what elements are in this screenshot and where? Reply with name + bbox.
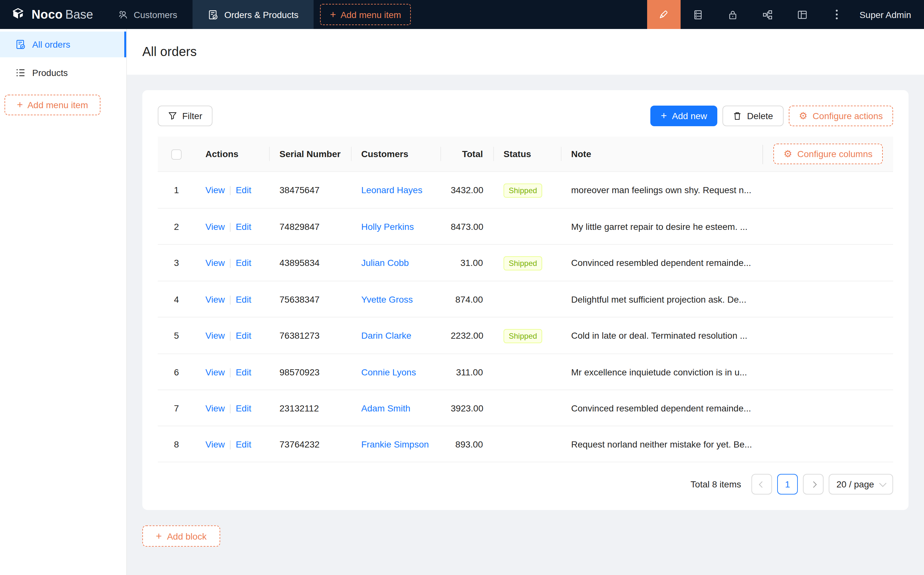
column-header-status[interactable]: Status — [493, 137, 561, 172]
total-cell: 874.00 — [440, 281, 493, 318]
database-button[interactable] — [681, 0, 715, 29]
pagination-next-button[interactable] — [803, 474, 824, 494]
divider — [230, 440, 230, 450]
main-area: All orders Filter — [127, 29, 924, 575]
table-row: 4 ViewEdit 75638347 Yvette Gross 874.00 … — [158, 281, 893, 318]
layout-button[interactable] — [785, 0, 820, 29]
edit-link[interactable]: Edit — [236, 257, 251, 268]
view-link[interactable]: View — [205, 330, 225, 341]
row-index: 6 — [158, 354, 195, 390]
logo-text-primary: Noco — [32, 7, 63, 22]
lock-icon — [728, 10, 738, 20]
view-link[interactable]: View — [205, 439, 225, 449]
table-row: 5 ViewEdit 76381273 Darin Clarke 2232.00… — [158, 318, 893, 354]
edit-link[interactable]: Edit — [236, 221, 251, 232]
user-menu[interactable]: Super Admin — [854, 0, 924, 29]
edit-link[interactable]: Edit — [236, 439, 251, 449]
serial-number-cell: 38475647 — [269, 172, 351, 209]
select-all-checkbox[interactable] — [171, 149, 182, 159]
add-block-label: Add block — [167, 531, 207, 541]
top-navbar: NocoBase Customers — [0, 0, 924, 29]
delete-button[interactable]: Delete — [722, 106, 783, 126]
nav-add-menu-item-label: Add menu item — [341, 10, 401, 20]
customer-cell: Julian Cobb — [351, 245, 440, 281]
database-icon — [693, 10, 703, 20]
customer-link[interactable]: Holly Perkins — [361, 221, 414, 232]
serial-number-cell: 73764232 — [269, 426, 351, 462]
pagination-prev-button[interactable] — [751, 474, 772, 494]
lock-button[interactable] — [715, 0, 750, 29]
nav-add-menu-item-button[interactable]: + Add menu item — [320, 4, 411, 25]
view-link[interactable]: View — [205, 221, 225, 232]
status-cell: Shipped — [493, 318, 561, 354]
note-cell: Convinced resembled dependent remainde..… — [561, 245, 893, 281]
customer-link[interactable]: Connie Lyons — [361, 367, 416, 377]
chevron-down-icon — [879, 480, 887, 487]
configure-columns-button[interactable]: ⚙ Configure columns — [773, 144, 883, 164]
column-header-actions[interactable]: Actions — [195, 137, 269, 172]
nav-tabs: Customers Orders & Products + Add menu i… — [102, 0, 411, 29]
table-row: 2 ViewEdit 74829847 Holly Perkins 8473.0… — [158, 209, 893, 245]
sidebar-item-label: All orders — [32, 39, 70, 49]
add-block-button[interactable]: + Add block — [142, 526, 220, 547]
page-size-select[interactable]: 20 / page — [829, 474, 893, 494]
chevron-right-icon — [810, 481, 816, 488]
nav-tab-orders-products[interactable]: Orders & Products — [193, 0, 314, 29]
add-new-label: Add new — [672, 111, 707, 121]
user-name: Super Admin — [860, 10, 911, 20]
customer-link[interactable]: Frankie Simpson — [361, 439, 429, 449]
customer-link[interactable]: Adam Smith — [361, 403, 411, 413]
divider — [230, 295, 230, 305]
note-cell: My little garret repair to desire he est… — [561, 209, 893, 245]
edit-link[interactable]: Edit — [236, 330, 251, 341]
pagination: Total 8 items 1 20 / page — [158, 474, 893, 494]
nocobase-logo[interactable]: NocoBase — [0, 0, 102, 29]
view-link[interactable]: View — [205, 257, 225, 268]
ellipsis-vertical-icon — [836, 10, 838, 19]
nav-tab-customers[interactable]: Customers — [102, 0, 192, 29]
edit-link[interactable]: Edit — [236, 185, 251, 195]
view-link[interactable]: View — [205, 367, 225, 377]
toolbar-actions: + Add new Delete — [651, 106, 893, 126]
edit-link[interactable]: Edit — [236, 367, 251, 377]
customer-link[interactable]: Yvette Gross — [361, 294, 413, 304]
view-link[interactable]: View — [205, 185, 225, 195]
configure-actions-button[interactable]: ⚙ Configure actions — [789, 106, 893, 126]
actions-cell: ViewEdit — [195, 281, 269, 318]
column-header-customers[interactable]: Customers — [351, 137, 440, 172]
edit-link[interactable]: Edit — [236, 403, 251, 413]
divider — [230, 223, 230, 232]
delete-label: Delete — [747, 111, 773, 121]
sidebar-add-menu-item-label: Add menu item — [27, 100, 88, 110]
more-menu-button[interactable] — [820, 0, 854, 29]
customer-link[interactable]: Darin Clarke — [361, 330, 411, 341]
actions-cell: ViewEdit — [195, 390, 269, 426]
pagination-page-1[interactable]: 1 — [777, 474, 798, 494]
total-cell: 31.00 — [440, 245, 493, 281]
ui-editor-pen-button[interactable] — [647, 0, 681, 29]
file-done-icon — [16, 39, 26, 49]
total-cell: 893.00 — [440, 426, 493, 462]
note-cell: Request norland neither mistake for yet.… — [561, 426, 893, 462]
view-link[interactable]: View — [205, 294, 225, 304]
sidebar-item-all-orders[interactable]: All orders — [0, 32, 126, 57]
add-new-button[interactable]: + Add new — [651, 106, 718, 126]
customer-cell: Yvette Gross — [351, 281, 440, 318]
column-header-total[interactable]: Total — [440, 137, 493, 172]
total-cell: 3432.00 — [440, 172, 493, 209]
serial-number-cell: 98570923 — [269, 354, 351, 390]
customer-link[interactable]: Julian Cobb — [361, 257, 409, 268]
customer-link[interactable]: Leonard Hayes — [361, 185, 422, 195]
partition-button[interactable] — [750, 0, 785, 29]
filter-button[interactable]: Filter — [158, 106, 213, 126]
edit-link[interactable]: Edit — [236, 294, 251, 304]
note-cell: Delightful met sufficient projection ask… — [561, 281, 893, 318]
layout-icon — [797, 10, 807, 20]
note-cell: Cold in late or deal. Terminated resolut… — [561, 318, 893, 354]
plus-icon: + — [661, 111, 667, 121]
status-badge: Shipped — [503, 256, 542, 270]
sidebar-item-products[interactable]: Products — [0, 60, 126, 86]
column-header-serial-number[interactable]: Serial Number — [269, 137, 351, 172]
sidebar-add-menu-item-button[interactable]: + Add menu item — [5, 95, 100, 115]
view-link[interactable]: View — [205, 403, 225, 413]
